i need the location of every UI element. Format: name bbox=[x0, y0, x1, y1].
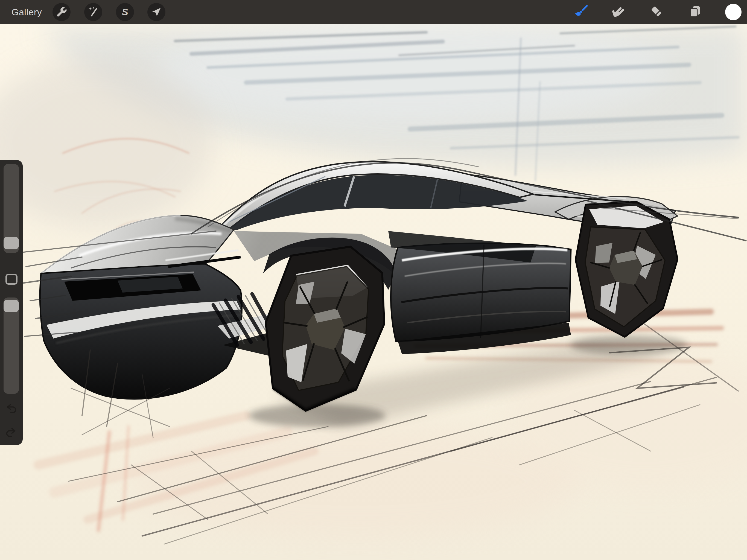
redo-arrow-icon bbox=[5, 435, 18, 440]
redo-button[interactable] bbox=[5, 426, 18, 439]
procreate-window: Gallery S bbox=[0, 0, 747, 560]
modify-button[interactable] bbox=[5, 274, 18, 285]
brush-size-slider[interactable] bbox=[4, 164, 19, 253]
color-swatch-button[interactable] bbox=[725, 4, 742, 20]
layers-icon bbox=[688, 4, 702, 20]
undo-arrow-icon bbox=[5, 411, 18, 416]
undo-button[interactable] bbox=[5, 402, 18, 415]
brush-size-handle[interactable] bbox=[4, 237, 19, 249]
erase-tool-button[interactable] bbox=[648, 4, 665, 20]
top-toolbar: Gallery S bbox=[0, 0, 747, 24]
paintbrush-icon bbox=[574, 4, 589, 20]
smudge-finger-icon bbox=[611, 4, 626, 20]
gallery-button[interactable]: Gallery bbox=[11, 0, 42, 24]
opacity-slider[interactable] bbox=[4, 298, 19, 394]
side-toolbar bbox=[0, 160, 23, 445]
wrench-icon bbox=[55, 6, 68, 18]
actions-button[interactable] bbox=[52, 3, 71, 21]
artwork-car-sketch bbox=[0, 24, 747, 560]
transform-arrow-icon bbox=[151, 6, 162, 18]
paint-tool-button[interactable] bbox=[573, 4, 590, 20]
svg-text:S: S bbox=[122, 6, 128, 17]
selection-s-icon: S bbox=[119, 6, 131, 18]
magic-wand-icon bbox=[87, 6, 99, 18]
adjustments-button[interactable] bbox=[84, 3, 102, 21]
drawing-canvas[interactable] bbox=[0, 24, 747, 560]
selections-button[interactable]: S bbox=[116, 3, 134, 21]
opacity-handle[interactable] bbox=[4, 300, 19, 312]
layers-button[interactable] bbox=[687, 4, 703, 20]
transform-button[interactable] bbox=[147, 3, 165, 21]
eraser-icon bbox=[649, 4, 664, 20]
smudge-tool-button[interactable] bbox=[610, 4, 627, 20]
